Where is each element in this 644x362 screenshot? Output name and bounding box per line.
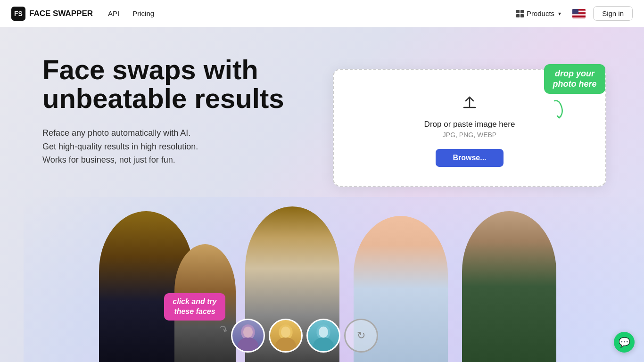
- face-circle-1[interactable]: [231, 319, 265, 353]
- hero-subtitle-line3: Works for business, not just for fun.: [42, 155, 175, 165]
- navbar: FS FACE SWAPPER API Pricing Products ▾ S…: [0, 0, 644, 27]
- products-label: Products: [527, 9, 554, 17]
- drop-arrow-icon: [550, 97, 573, 123]
- face-circle-2[interactable]: [269, 319, 303, 353]
- upload-main-text: Drop or paste image here: [424, 120, 515, 129]
- browse-button[interactable]: Browse...: [436, 149, 503, 167]
- drop-photo-tooltip: drop your photo here: [544, 64, 605, 94]
- face-circles-row: ↻: [231, 319, 378, 353]
- face-refresh-button[interactable]: ↻: [344, 319, 378, 353]
- navbar-right: Products ▾ Sign in: [512, 6, 633, 21]
- try-faces-tooltip: click and try these faces: [164, 293, 225, 321]
- hero-text-block: Face swaps with unbeatable results Refac…: [42, 56, 306, 167]
- face-circle-3[interactable]: [306, 319, 340, 353]
- nav-links: API Pricing: [108, 9, 154, 17]
- svg-point-6: [275, 337, 296, 353]
- svg-point-10: [319, 327, 328, 338]
- chat-icon: 💬: [619, 337, 630, 348]
- svg-point-7: [281, 327, 290, 338]
- refresh-icon: ↻: [357, 329, 365, 342]
- hero-section: Face swaps with unbeatable results Refac…: [0, 27, 644, 362]
- chevron-down-icon: ▾: [558, 10, 561, 17]
- signin-button[interactable]: Sign in: [593, 6, 633, 21]
- hero-subtitle: Reface any photo automatically with AI. …: [42, 126, 306, 167]
- person-5: [462, 211, 556, 362]
- products-button[interactable]: Products ▾: [512, 7, 565, 20]
- nav-api-link[interactable]: API: [108, 9, 119, 17]
- svg-point-4: [243, 327, 253, 338]
- chat-widget[interactable]: 💬: [614, 332, 635, 353]
- svg-point-9: [313, 337, 334, 353]
- logo-icon: FS: [11, 7, 25, 21]
- language-flag[interactable]: [572, 9, 586, 18]
- hero-subtitle-line1: Reface any photo automatically with AI.: [42, 128, 190, 138]
- grid-icon: [516, 10, 524, 17]
- logo-text: FACE SWAPPER: [29, 9, 93, 18]
- logo[interactable]: FS FACE SWAPPER: [11, 7, 93, 21]
- nav-pricing-link[interactable]: Pricing: [132, 9, 154, 17]
- upload-icon: [461, 93, 478, 114]
- upload-formats-text: JPG, PNG, WEBP: [443, 131, 496, 139]
- hero-title: Face swaps with unbeatable results: [42, 56, 306, 113]
- svg-point-3: [238, 337, 258, 353]
- hero-subtitle-line2: Get high-quality results in high resolut…: [42, 142, 198, 151]
